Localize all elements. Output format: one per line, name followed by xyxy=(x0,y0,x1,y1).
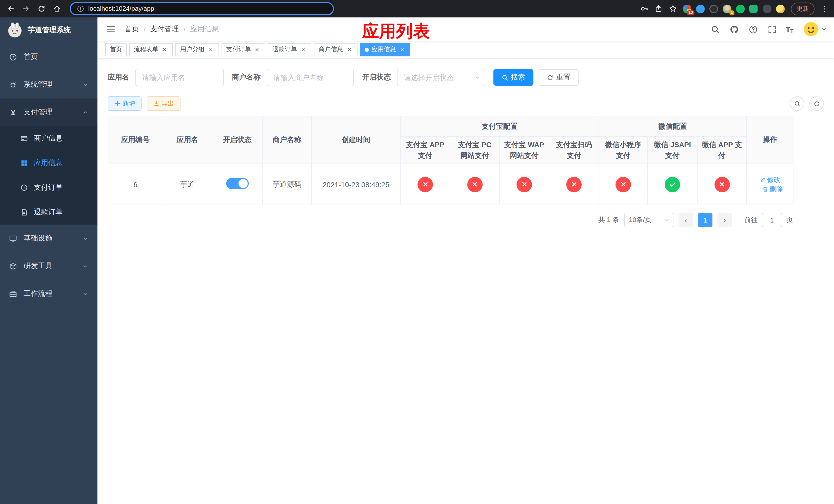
sidebar-item-home[interactable]: 首页 xyxy=(0,43,97,71)
back-button[interactable] xyxy=(4,2,18,15)
breadcrumb-item[interactable]: 支付管理 xyxy=(150,25,179,34)
wechat-mini-status-icon xyxy=(615,177,631,192)
page-size-select[interactable]: 10条/页 xyxy=(624,213,674,227)
forward-button[interactable] xyxy=(20,2,33,15)
sidebar-item-system[interactable]: 系统管理 xyxy=(0,71,97,98)
password-key-icon[interactable] xyxy=(638,3,650,15)
box-icon xyxy=(9,262,17,270)
extension-icon-pin[interactable] xyxy=(761,3,772,14)
sidebar-item-pay-order[interactable]: 支付订单 xyxy=(0,175,97,200)
tab-label: 首页 xyxy=(110,45,122,54)
user-menu[interactable] xyxy=(803,22,826,37)
reset-button-label: 重置 xyxy=(556,73,570,82)
cell-app-name: 芋道 xyxy=(163,164,212,205)
tab-label: 支付订单 xyxy=(226,45,251,54)
refresh-table-button[interactable] xyxy=(809,96,824,111)
payment-submenu: 商户信息 应用信息 支付订单 xyxy=(0,126,97,225)
extension-icon-dark-circle[interactable] xyxy=(708,3,719,14)
font-size-icon[interactable]: TT xyxy=(786,25,793,33)
tab-refund-order[interactable]: 退款订单 × xyxy=(268,43,311,56)
sidebar-item-infrastructure[interactable]: 基础设施 xyxy=(0,225,97,252)
delete-link[interactable]: 删除 xyxy=(762,184,783,193)
tab-close-icon[interactable]: × xyxy=(161,46,168,53)
fullscreen-icon[interactable] xyxy=(767,24,778,35)
sidebar-item-dev-tools[interactable]: 研发工具 xyxy=(0,252,97,280)
status-label: 开启状态 xyxy=(362,73,391,82)
chrome-update-button[interactable]: 更新 xyxy=(791,2,814,15)
tab-close-icon[interactable]: × xyxy=(207,46,214,53)
sidebar-item-payment[interactable]: ¥ 支付管理 xyxy=(0,98,97,126)
col-app-name: 应用名 xyxy=(163,116,212,164)
export-button[interactable]: 导出 xyxy=(147,96,180,111)
col-wechat-jsapi: 微信 JSAPI 支付 xyxy=(648,137,697,164)
breadcrumb-item[interactable]: 首页 xyxy=(125,25,139,34)
breadcrumb-item-current: 应用信息 xyxy=(190,25,219,34)
extension-icon-profile[interactable]: 1 xyxy=(721,3,732,14)
col-actions: 操作 xyxy=(747,116,793,164)
tab-close-icon[interactable]: × xyxy=(254,46,261,53)
share-icon[interactable] xyxy=(653,3,665,15)
tab-app-info-active[interactable]: 应用信息 × xyxy=(360,43,410,56)
status-select[interactable] xyxy=(397,69,485,86)
extension-icon-green-square[interactable] xyxy=(748,3,759,14)
tab-close-icon[interactable]: × xyxy=(300,46,307,53)
grid-icon xyxy=(21,159,28,167)
goto-page-group: 前往 页 xyxy=(744,213,793,227)
edit-link[interactable]: 修改 xyxy=(760,175,781,184)
sidebar-item-app-info[interactable]: 应用信息 xyxy=(0,151,97,175)
search-icon[interactable] xyxy=(710,24,721,35)
reload-button[interactable] xyxy=(35,2,48,15)
search-button[interactable]: 搜索 xyxy=(493,69,533,86)
sidebar-item-merchant-info[interactable]: 商户信息 xyxy=(0,126,97,151)
home-button[interactable] xyxy=(50,2,64,15)
sidebar-toggle-icon[interactable] xyxy=(105,24,116,35)
extension-icon-apps[interactable]: 10 xyxy=(681,3,693,14)
tab-label: 商户信息 xyxy=(319,45,343,54)
prev-page-button[interactable]: ‹ xyxy=(679,213,693,227)
search-icon xyxy=(502,74,508,81)
tab-home[interactable]: 首页 xyxy=(105,43,127,56)
reset-button[interactable]: 重置 xyxy=(539,69,578,86)
goto-page-input[interactable] xyxy=(762,213,782,227)
sidebar: 芋道管理系统 首页 系统管理 ¥ 支付管理 xyxy=(0,18,97,504)
tab-close-icon[interactable]: × xyxy=(346,46,353,53)
status-toggle[interactable] xyxy=(226,178,248,189)
col-merchant-name: 商户名称 xyxy=(262,116,312,164)
breadcrumb-separator: / xyxy=(184,25,186,33)
delete-link-label: 删除 xyxy=(770,184,783,193)
help-icon[interactable] xyxy=(748,24,759,35)
browser-menu-button[interactable]: ⋮ xyxy=(820,4,830,13)
merchant-name-input[interactable] xyxy=(267,69,354,86)
sidebar-item-workflow[interactable]: 工作流程 xyxy=(0,280,97,307)
add-button-label: 新增 xyxy=(123,99,135,108)
screen: localhost:1024/pay/app 10 1 xyxy=(0,0,834,504)
tab-merchant-info[interactable]: 商户信息 × xyxy=(314,43,357,56)
address-bar[interactable]: localhost:1024/pay/app xyxy=(70,2,334,15)
tab-close-icon[interactable]: × xyxy=(398,46,406,53)
navbar-right-tools: TT xyxy=(710,22,826,37)
tab-user-group[interactable]: 用户分组 × xyxy=(175,43,219,56)
sidebar-logo-row[interactable]: 芋道管理系统 xyxy=(0,18,97,43)
page-number-current[interactable]: 1 xyxy=(698,213,712,227)
status-select-input[interactable] xyxy=(397,69,485,86)
site-info-icon[interactable] xyxy=(77,5,84,12)
add-button[interactable]: 新增 xyxy=(108,96,141,111)
sidebar-item-refund-order[interactable]: 退款订单 xyxy=(0,200,97,225)
extension-icon-wechat[interactable] xyxy=(734,3,746,14)
app-name-input[interactable] xyxy=(135,69,224,86)
toggle-search-button[interactable] xyxy=(790,96,804,111)
monitor-icon xyxy=(9,234,17,242)
tags-view: 首页 流程表单 × 用户分组 × 支付订单 × 退款订单 × xyxy=(97,41,834,59)
tab-pay-order[interactable]: 支付订单 × xyxy=(222,43,265,56)
page-size-value[interactable]: 10条/页 xyxy=(624,213,674,227)
col-group-alipay: 支付宝配置 xyxy=(400,116,599,137)
cell-app-id: 6 xyxy=(108,164,163,205)
extension-icon-blue-drop[interactable] xyxy=(695,3,706,14)
next-page-button[interactable]: › xyxy=(718,213,732,227)
bookmark-star-icon[interactable] xyxy=(667,3,679,15)
github-icon[interactable] xyxy=(729,24,740,35)
briefcase-icon xyxy=(9,290,17,298)
trash-icon xyxy=(762,186,768,192)
tab-process-form[interactable]: 流程表单 × xyxy=(129,43,173,56)
extension-icon-emoji[interactable] xyxy=(774,3,786,14)
